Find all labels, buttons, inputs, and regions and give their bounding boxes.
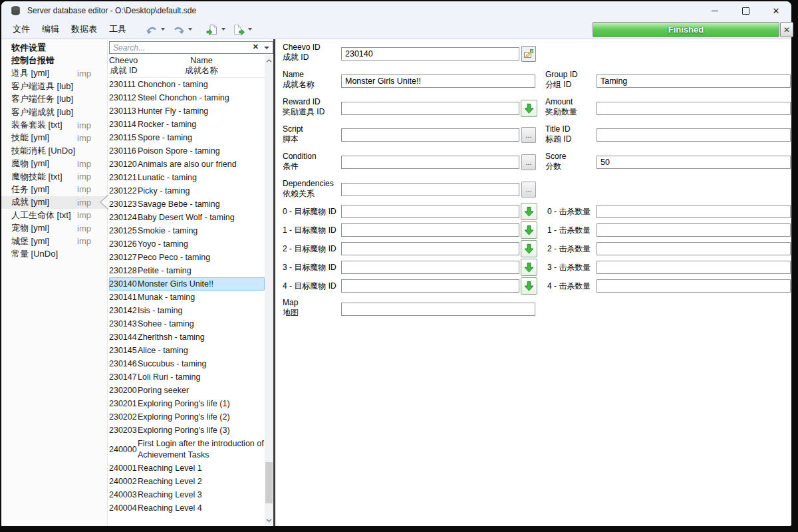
sidebar-item[interactable]: 魔物 [yml]imp [1,158,107,170]
list-row[interactable]: 230144Zherlthsh - taming [109,331,265,344]
column-header-cheevo-id[interactable]: Cheevo ID 成就 ID [109,56,138,76]
cheevo-id-edit-button[interactable] [521,46,536,62]
kill-count-1-input[interactable] [597,223,791,237]
sidebar-item[interactable]: 控制台报错 [1,54,107,66]
sidebar-item[interactable]: 道具 [yml]imp [1,67,107,80]
redo-button[interactable] [171,23,194,35]
import-dropdown-icon[interactable] [221,28,225,31]
sidebar-item[interactable]: 装备套装 [txt]imp [1,118,107,131]
sidebar-item[interactable]: 宠物 [yml]imp [1,221,107,234]
group-id-input[interactable]: Taming [597,74,791,88]
import-button[interactable] [205,23,227,36]
list-row[interactable]: 230122Picky - taming [109,184,265,198]
script-browse-button[interactable]: ... [521,127,536,143]
list-row[interactable]: 230140Monster Girls Unite!! [109,277,265,291]
sidebar-item[interactable]: 技能消耗 [UnDo] [1,144,107,157]
condition-browse-button[interactable]: ... [521,154,536,170]
list-row[interactable]: 230116Poison Spore - taming [109,144,265,158]
name-input[interactable]: Monster Girls Unite!! [341,74,535,88]
close-button[interactable]: ✕ [761,1,791,20]
dependencies-browse-button[interactable]: ... [521,182,536,198]
scroll-down-icon[interactable] [265,515,273,525]
list-row[interactable]: 230111Chonchon - taming [109,78,265,91]
list-row[interactable]: 230112Steel Chonchon - taming [109,91,265,104]
list-row[interactable]: 230121Lunatic - taming [109,171,265,184]
minimize-button[interactable] [700,1,730,20]
list-row[interactable]: 230141Munak - taming [109,291,265,304]
list-scrollbar[interactable] [265,55,273,525]
list-row[interactable]: 230202Exploring Poring's life (2) [109,410,265,424]
sidebar-item[interactable]: 常量 [UnDo] [1,247,107,260]
kill-count-0-input[interactable] [597,205,791,218]
amount-input[interactable] [597,102,791,115]
target-monster-3-input[interactable] [341,261,519,274]
kill-count-2-input[interactable] [597,242,791,255]
list-row[interactable]: 230146Succubus - taming [109,357,265,370]
target-monster-3-picker-button[interactable] [521,259,537,276]
column-header-name[interactable]: Name 成就名称 [138,56,265,76]
menu-1[interactable]: 文件 [7,23,36,35]
list-row[interactable]: 240001Reaching Level 1 [109,462,265,475]
map-input[interactable] [341,303,535,316]
export-dropdown-icon[interactable] [248,28,252,31]
list-row[interactable]: 230143Sohee - taming [109,317,265,331]
list-row[interactable]: 230145Alice - taming [109,344,265,357]
target-monster-2-picker-button[interactable] [521,240,537,257]
dependencies-input[interactable] [341,183,519,196]
target-monster-0-picker-button[interactable] [521,203,537,220]
sidebar-item[interactable]: 技能 [yml]imp [1,132,107,144]
list-row[interactable]: 230113Hunter Fly - taming [109,104,265,118]
redo-dropdown-icon[interactable] [188,28,192,31]
target-monster-4-input[interactable] [341,279,519,293]
list-row[interactable]: 230142Isis - taming [109,304,265,317]
list-row[interactable]: 230123Savage Bebe - taming [109,198,265,211]
list-row[interactable]: 230120Animals are also our friend [109,158,265,171]
search-dropdown-icon[interactable] [264,47,269,49]
sidebar-item[interactable]: 客户端任务 [lub] [1,93,107,106]
target-monster-2-input[interactable] [341,242,519,255]
progress-close-button[interactable]: ✕ [780,22,793,37]
list-row[interactable]: 230200Poring seeker [109,384,265,397]
sidebar-item[interactable]: 客户端道具 [lub] [1,80,107,92]
undo-button[interactable] [144,23,166,35]
target-monster-1-input[interactable] [341,223,519,237]
list-row[interactable]: 240003Reaching Level 3 [109,488,265,501]
target-monster-4-picker-button[interactable] [521,277,537,295]
list-row[interactable]: 230128Petite - taming [109,264,265,277]
search-clear-icon[interactable]: ✕ [253,43,259,51]
list-row[interactable]: 230126Yoyo - taming [109,237,265,251]
kill-count-4-input[interactable] [597,279,791,293]
scrollbar-thumb[interactable] [265,462,273,503]
sidebar-item[interactable]: 魔物技能 [txt]imp [1,170,107,183]
list-row[interactable]: 230125Smokie - taming [109,224,265,237]
sidebar-item[interactable]: 软件设置 [1,41,107,54]
maximize-button[interactable] [730,1,761,20]
menu-2[interactable]: 编辑 [36,23,65,35]
target-monster-0-input[interactable] [341,205,519,218]
list-row[interactable]: 230201Exploring Poring's life (1) [109,397,265,410]
list-row[interactable]: 230114Rocker - taming [109,118,265,131]
title-id-input[interactable] [597,128,791,142]
list-row[interactable]: 230147Loli Ruri - taming [109,370,265,384]
list-row[interactable]: 240000First Login after the introduction… [109,437,265,462]
sidebar-item[interactable]: 人工生命体 [txt]imp [1,209,107,221]
sidebar-item[interactable]: 客户端成就 [lub] [1,106,107,118]
menu-4[interactable]: 工具 [103,23,132,35]
score-input[interactable]: 50 [597,156,791,169]
reward-id-picker-button[interactable] [521,100,537,117]
list-row[interactable]: 230124Baby Desert Wolf - taming [109,211,265,224]
reward-id-input[interactable] [341,102,519,115]
export-button[interactable] [231,23,253,36]
script-input[interactable] [341,128,519,142]
list-row[interactable]: 240004Reaching Level 4 [109,501,265,515]
cheevo-id-input[interactable]: 230140 [341,47,519,61]
scroll-up-icon[interactable] [265,56,273,65]
search-input[interactable] [110,42,273,53]
sidebar-item[interactable]: 任务 [yml]imp [1,183,107,196]
target-monster-1-picker-button[interactable] [521,221,537,239]
list-row[interactable]: 240002Reaching Level 2 [109,475,265,488]
kill-count-3-input[interactable] [597,261,791,274]
sidebar-item[interactable]: 成就 [yml]imp [1,196,107,209]
menu-3[interactable]: 数据表 [65,23,103,35]
condition-input[interactable] [341,156,519,169]
